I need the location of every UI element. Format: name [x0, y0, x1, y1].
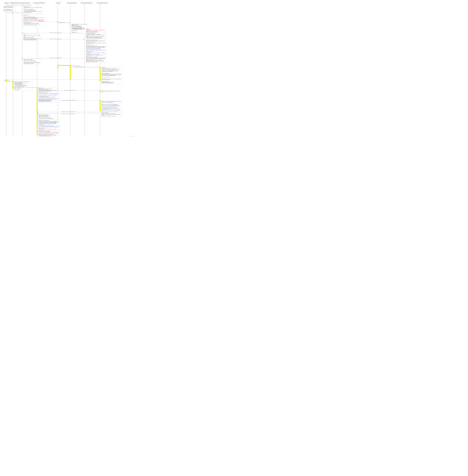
message-label: 发送MSG_HIDE_SHARED_ELEMENTS消息 — [49, 58, 62, 59]
activation — [100, 67, 101, 81]
message-label: 发送MSG_TAKE_SHARED_ELEMENTS消息 — [62, 114, 74, 114]
message-label: 调用ActivityOptions.makeSceneTransitionAni… — [7, 5, 31, 6]
arrow-head — [37, 113, 38, 114]
participant-ats-b: ActivityTransitionState B — [67, 2, 77, 4]
arrow-head — [69, 65, 70, 66]
message-label: 发送MSG_SHARED_ELEMENT_DESTINATION消息 — [62, 100, 76, 101]
arrow-head — [12, 81, 13, 82]
arrow-head — [84, 39, 85, 40]
message-label: 调用performStop方法 — [4, 80, 10, 81]
arrow-head — [84, 29, 85, 29]
note: 显示更共元后法，调用sharedTransitionComplete方法 那记录… — [38, 134, 59, 137]
arrow-head — [22, 58, 23, 59]
note: 调用notifyComplete方法 1.发送MSG_ALLOW_RETURN_… — [101, 112, 122, 117]
arrow-head — [22, 33, 23, 33]
note: 调用onTakeSharedElements方法，记录实调即 SharedEle… — [38, 117, 58, 120]
activation — [13, 81, 14, 89]
lifeline — [22, 4, 22, 136]
arrow — [7, 79, 100, 80]
message-label: 进入Activity B阶段 — [38, 21, 43, 22]
message-label: 调用finishAfterTransition退出Activity B — [58, 65, 69, 66]
note: 调用Activity方法 1. 调用activityStopped是否存在查上T… — [101, 67, 122, 84]
loop-label: finishAfterExitTransition — [4, 9, 12, 11]
message-label: onViewTransitionCoordinator方法 — [73, 28, 82, 29]
note: 调用performStart方法 1. 标记进入分享SharedElementN… — [23, 6, 43, 14]
message-label: onActivityEnterExitTransition方法 — [14, 12, 23, 13]
note: 调用strategySharedElementsForEnter方法直接调用on… — [14, 81, 32, 91]
message-label: 发送MSG_SET_REMOTE_RECEIVER消息 — [64, 90, 76, 91]
message-label: 设置MSG_SET_REMOTE_RECEIVER消息 — [49, 32, 61, 33]
lifeline — [6, 4, 6, 136]
activation — [70, 24, 71, 27]
activation — [6, 5, 7, 12]
message-label: 发送MSG_ALLOW_RETURN_TRANSITION消息 — [62, 111, 75, 112]
lifeline — [13, 4, 13, 136]
participant-etc-a: ExitTransitionCoordinator A — [19, 2, 30, 4]
arrow-head — [12, 12, 13, 13]
note: 调用onRemoteResultReady调用MSG_SET_REMOTE_RE… — [101, 90, 121, 93]
watermark: 分享主原创作品 — [129, 135, 135, 137]
activation — [70, 65, 71, 80]
message-label: 在onExitTransitionCoordinator中 — [74, 66, 83, 67]
note: 调用Activity方法 1方法mActivityB的ExitTransitio… — [38, 87, 58, 92]
message-label: 调用startPostponedEnterTransition方法返回事件共享 — [38, 100, 53, 101]
message-label: 发送MSG_TAKE_SHARED_ELEMENTS消息 — [49, 39, 62, 39]
note: 调用onResultResultReady调用MSG_HIDE_SHARED_E… — [23, 59, 42, 65]
note: 看调启设法记调调，调用setFlowTransitionComplete方法 那… — [86, 59, 106, 63]
activation — [57, 22, 58, 24]
note: 调用onTakePlaceSharedElement方法 1. 调用mShare… — [23, 37, 42, 41]
note: 调用startExit方法 调用moveSharedElementsToOver… — [23, 15, 45, 26]
arrow-head — [57, 21, 58, 22]
note: 调用tappedSharedElements方法 1.记录retrsharedE… — [38, 92, 60, 103]
participant-entc-b: EnterTransitionCoordinator B — [80, 2, 93, 4]
activation — [100, 101, 101, 111]
loop-label: 调用startActivity, options — [4, 6, 13, 8]
activation — [37, 88, 38, 135]
participant-activity-a: Activity A — [4, 2, 9, 4]
activation — [22, 15, 23, 21]
message-label: 调用performStart方法 — [59, 22, 65, 23]
participant-etc-b: ExitTransitionCoordinator B — [96, 2, 108, 4]
arrow-head — [37, 112, 38, 112]
arrow-head — [69, 22, 70, 23]
sequence-diagram: Activity A ActivityTransitionState A Exi… — [2, 2, 135, 137]
participant-entc-a: EnterTransitionCoordinator A — [33, 2, 45, 4]
message-label: 调用startExitBackTransition方法 — [71, 65, 80, 66]
activation — [100, 90, 101, 92]
participant-activity-b: Activity B — [56, 2, 60, 4]
